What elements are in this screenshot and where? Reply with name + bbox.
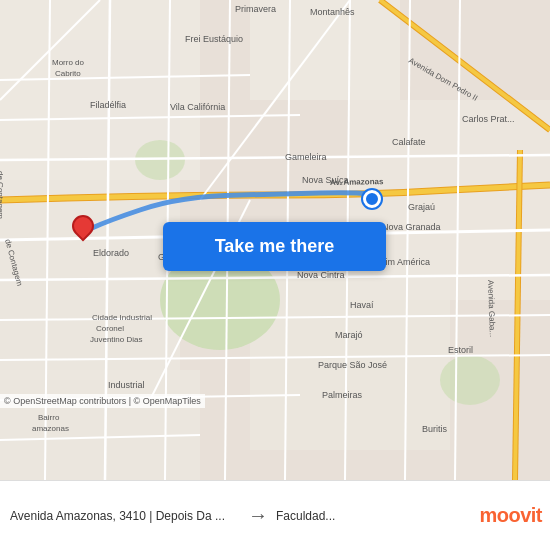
svg-text:Morro do: Morro do: [52, 58, 85, 67]
svg-text:Marajó: Marajó: [335, 330, 363, 340]
svg-rect-2: [60, 40, 180, 160]
svg-rect-7: [0, 370, 200, 480]
svg-text:Calafate: Calafate: [392, 137, 426, 147]
svg-text:Juventino Dias: Juventino Dias: [90, 335, 142, 344]
map-attribution: © OpenStreetMap contributors | © OpenMap…: [0, 394, 205, 408]
svg-text:Avenida Dom Pedro II: Avenida Dom Pedro II: [407, 56, 479, 103]
svg-text:Parque São José: Parque São José: [318, 360, 387, 370]
svg-text:Eldorado: Eldorado: [93, 248, 129, 258]
svg-rect-6: [250, 250, 450, 450]
svg-text:Nova Granada: Nova Granada: [382, 222, 441, 232]
svg-text:Montanhês: Montanhês: [310, 7, 355, 17]
svg-text:Filadélfia: Filadélfia: [90, 100, 126, 110]
svg-text:Palmeiras: Palmeiras: [322, 390, 363, 400]
map-container: Av. Amazonas Montanhês Primavera Frei Eu…: [0, 0, 550, 480]
svg-text:Nova Suíça: Nova Suíça: [302, 175, 349, 185]
svg-text:Havaí: Havaí: [350, 300, 374, 310]
svg-text:Gameleira: Gameleira: [285, 152, 327, 162]
destination-marker: [363, 190, 381, 208]
origin-marker: [72, 215, 96, 247]
svg-text:Carlos Prat...: Carlos Prat...: [462, 114, 515, 124]
svg-text:Nova Cintra: Nova Cintra: [297, 270, 345, 280]
svg-rect-3: [0, 180, 180, 380]
svg-text:Grajaú: Grajaú: [408, 202, 435, 212]
svg-point-10: [440, 355, 500, 405]
take-me-there-button[interactable]: Take me there: [163, 222, 386, 271]
svg-text:Cabrito: Cabrito: [55, 69, 81, 78]
svg-rect-1: [0, 0, 200, 180]
svg-text:amazonas: amazonas: [32, 424, 69, 433]
svg-point-9: [135, 140, 185, 180]
direction-arrow: →: [248, 504, 268, 527]
svg-text:Avenida Gaba...: Avenida Gaba...: [486, 280, 497, 338]
svg-text:de Contagem: de Contagem: [3, 238, 24, 287]
svg-text:Primavera: Primavera: [235, 4, 276, 14]
svg-text:Coronel: Coronel: [96, 324, 124, 333]
bottom-bar: Avenida Amazonas, 3410 | Depois Da ... →…: [0, 480, 550, 550]
svg-text:Vila Califórnia: Vila Califórnia: [170, 102, 225, 112]
moovit-logo: moovit: [479, 480, 550, 550]
origin-text: Avenida Amazonas, 3410 | Depois Da ...: [10, 509, 240, 523]
svg-text:de Contagem: de Contagem: [0, 171, 5, 219]
svg-text:Bairro: Bairro: [38, 413, 60, 422]
svg-text:Frei Eustáquio: Frei Eustáquio: [185, 34, 243, 44]
svg-text:Cidade Industrial: Cidade Industrial: [92, 313, 152, 322]
svg-rect-4: [250, 0, 400, 100]
moovit-brand-text: moovit: [479, 504, 542, 527]
svg-text:Buritis: Buritis: [422, 424, 448, 434]
svg-text:Estoril: Estoril: [448, 345, 473, 355]
svg-text:Industrial: Industrial: [108, 380, 145, 390]
svg-text:Av. Amazonas: Av. Amazonas: [330, 177, 384, 187]
